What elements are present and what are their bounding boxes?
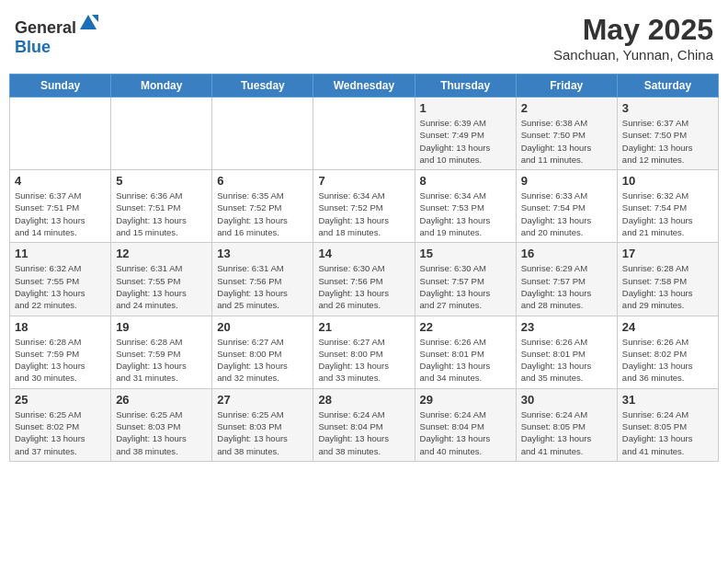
logo-icon [78, 13, 98, 33]
day-info: Sunrise: 6:26 AM Sunset: 8:01 PM Dayligh… [420, 336, 511, 385]
day-number: 7 [318, 174, 409, 188]
calendar-cell: 13Sunrise: 6:31 AM Sunset: 7:56 PM Dayli… [212, 243, 313, 316]
day-number: 11 [15, 247, 106, 260]
day-info: Sunrise: 6:32 AM Sunset: 7:55 PM Dayligh… [15, 262, 106, 311]
day-of-week-header: Saturday [617, 75, 718, 98]
calendar-cell: 11Sunrise: 6:32 AM Sunset: 7:55 PM Dayli… [10, 243, 111, 316]
day-info: Sunrise: 6:33 AM Sunset: 7:54 PM Dayligh… [521, 190, 612, 238]
day-info: Sunrise: 6:30 AM Sunset: 7:56 PM Dayligh… [318, 262, 409, 311]
day-of-week-header: Friday [516, 75, 617, 98]
calendar-cell: 18Sunrise: 6:28 AM Sunset: 7:59 PM Dayli… [10, 316, 111, 388]
calendar-cell: 17Sunrise: 6:28 AM Sunset: 7:58 PM Dayli… [617, 243, 718, 316]
logo: General Blue [15, 13, 98, 57]
calendar-cell: 10Sunrise: 6:32 AM Sunset: 7:54 PM Dayli… [617, 170, 718, 243]
calendar-cell: 29Sunrise: 6:24 AM Sunset: 8:04 PM Dayli… [415, 388, 516, 461]
day-info: Sunrise: 6:39 AM Sunset: 7:49 PM Dayligh… [420, 117, 511, 166]
day-info: Sunrise: 6:24 AM Sunset: 8:05 PM Dayligh… [622, 408, 713, 457]
day-info: Sunrise: 6:28 AM Sunset: 7:59 PM Dayligh… [15, 336, 106, 385]
day-number: 21 [318, 320, 409, 334]
day-number: 4 [15, 174, 106, 188]
calendar-cell: 8Sunrise: 6:34 AM Sunset: 7:53 PM Daylig… [415, 170, 516, 243]
logo-general: General [15, 18, 76, 37]
day-info: Sunrise: 6:35 AM Sunset: 7:52 PM Dayligh… [217, 190, 308, 238]
calendar-cell: 19Sunrise: 6:28 AM Sunset: 7:59 PM Dayli… [111, 316, 212, 388]
location-title: Sanchuan, Yunnan, China [553, 47, 713, 63]
day-info: Sunrise: 6:25 AM Sunset: 8:03 PM Dayligh… [217, 408, 308, 457]
calendar-cell: 12Sunrise: 6:31 AM Sunset: 7:55 PM Dayli… [111, 243, 212, 316]
day-number: 14 [318, 247, 409, 260]
day-number: 16 [521, 247, 612, 260]
calendar-cell [313, 98, 415, 170]
calendar-cell: 20Sunrise: 6:27 AM Sunset: 8:00 PM Dayli… [212, 316, 313, 388]
day-info: Sunrise: 6:38 AM Sunset: 7:50 PM Dayligh… [521, 117, 612, 166]
day-of-week-header: Monday [111, 75, 212, 98]
day-of-week-header: Tuesday [212, 75, 313, 98]
header: General Blue May 2025 Sanchuan, Yunnan, … [9, 9, 719, 66]
day-number: 30 [521, 393, 612, 407]
day-number: 10 [622, 174, 713, 188]
calendar-cell: 2Sunrise: 6:38 AM Sunset: 7:50 PM Daylig… [516, 98, 617, 170]
calendar-week-row: 1Sunrise: 6:39 AM Sunset: 7:49 PM Daylig… [10, 98, 719, 170]
day-number: 29 [420, 393, 511, 407]
month-year-title: May 2025 [553, 13, 713, 47]
calendar-cell: 6Sunrise: 6:35 AM Sunset: 7:52 PM Daylig… [212, 170, 313, 243]
calendar-cell: 4Sunrise: 6:37 AM Sunset: 7:51 PM Daylig… [10, 170, 111, 243]
day-of-week-header: Thursday [415, 75, 516, 98]
day-info: Sunrise: 6:24 AM Sunset: 8:04 PM Dayligh… [420, 408, 511, 457]
day-number: 31 [622, 393, 713, 407]
calendar-cell: 27Sunrise: 6:25 AM Sunset: 8:03 PM Dayli… [212, 388, 313, 461]
calendar-cell: 22Sunrise: 6:26 AM Sunset: 8:01 PM Dayli… [415, 316, 516, 388]
calendar-cell: 31Sunrise: 6:24 AM Sunset: 8:05 PM Dayli… [617, 388, 718, 461]
title-area: May 2025 Sanchuan, Yunnan, China [553, 13, 713, 63]
day-number: 26 [116, 393, 207, 407]
day-info: Sunrise: 6:36 AM Sunset: 7:51 PM Dayligh… [116, 190, 207, 238]
day-number: 28 [318, 393, 409, 407]
calendar-week-row: 18Sunrise: 6:28 AM Sunset: 7:59 PM Dayli… [10, 316, 719, 388]
calendar-cell: 26Sunrise: 6:25 AM Sunset: 8:03 PM Dayli… [111, 388, 212, 461]
calendar-cell: 21Sunrise: 6:27 AM Sunset: 8:00 PM Dayli… [313, 316, 415, 388]
calendar-week-row: 11Sunrise: 6:32 AM Sunset: 7:55 PM Dayli… [10, 243, 719, 316]
calendar-cell: 14Sunrise: 6:30 AM Sunset: 7:56 PM Dayli… [313, 243, 415, 316]
day-info: Sunrise: 6:28 AM Sunset: 7:59 PM Dayligh… [116, 336, 207, 385]
day-info: Sunrise: 6:27 AM Sunset: 8:00 PM Dayligh… [318, 336, 409, 385]
day-info: Sunrise: 6:25 AM Sunset: 8:03 PM Dayligh… [116, 408, 207, 457]
day-number: 18 [15, 320, 106, 334]
calendar-cell: 30Sunrise: 6:24 AM Sunset: 8:05 PM Dayli… [516, 388, 617, 461]
day-info: Sunrise: 6:37 AM Sunset: 7:50 PM Dayligh… [622, 117, 713, 166]
day-number: 1 [420, 101, 511, 115]
calendar-cell: 16Sunrise: 6:29 AM Sunset: 7:57 PM Dayli… [516, 243, 617, 316]
day-info: Sunrise: 6:28 AM Sunset: 7:58 PM Dayligh… [622, 262, 713, 311]
calendar-cell: 1Sunrise: 6:39 AM Sunset: 7:49 PM Daylig… [415, 98, 516, 170]
day-of-week-header: Sunday [10, 75, 111, 98]
calendar-cell [212, 98, 313, 170]
calendar-cell: 23Sunrise: 6:26 AM Sunset: 8:01 PM Dayli… [516, 316, 617, 388]
day-info: Sunrise: 6:26 AM Sunset: 8:02 PM Dayligh… [622, 336, 713, 385]
calendar-cell: 7Sunrise: 6:34 AM Sunset: 7:52 PM Daylig… [313, 170, 415, 243]
day-info: Sunrise: 6:37 AM Sunset: 7:51 PM Dayligh… [15, 190, 106, 238]
day-number: 5 [116, 174, 207, 188]
calendar-cell: 9Sunrise: 6:33 AM Sunset: 7:54 PM Daylig… [516, 170, 617, 243]
day-info: Sunrise: 6:25 AM Sunset: 8:02 PM Dayligh… [15, 408, 106, 457]
day-number: 2 [521, 101, 612, 115]
day-info: Sunrise: 6:34 AM Sunset: 7:53 PM Dayligh… [420, 190, 511, 238]
day-number: 6 [217, 174, 308, 188]
calendar-week-row: 4Sunrise: 6:37 AM Sunset: 7:51 PM Daylig… [10, 170, 719, 243]
day-number: 13 [217, 247, 308, 260]
calendar-cell: 3Sunrise: 6:37 AM Sunset: 7:50 PM Daylig… [617, 98, 718, 170]
day-info: Sunrise: 6:32 AM Sunset: 7:54 PM Dayligh… [622, 190, 713, 238]
calendar-cell: 28Sunrise: 6:24 AM Sunset: 8:04 PM Dayli… [313, 388, 415, 461]
svg-marker-1 [92, 15, 98, 22]
day-info: Sunrise: 6:27 AM Sunset: 8:00 PM Dayligh… [217, 336, 308, 385]
day-info: Sunrise: 6:26 AM Sunset: 8:01 PM Dayligh… [521, 336, 612, 385]
calendar-cell [111, 98, 212, 170]
calendar-cell [10, 98, 111, 170]
day-number: 3 [622, 101, 713, 115]
calendar-cell: 15Sunrise: 6:30 AM Sunset: 7:57 PM Dayli… [415, 243, 516, 316]
day-number: 22 [420, 320, 511, 334]
day-info: Sunrise: 6:24 AM Sunset: 8:05 PM Dayligh… [521, 408, 612, 457]
calendar-cell: 24Sunrise: 6:26 AM Sunset: 8:02 PM Dayli… [617, 316, 718, 388]
day-number: 17 [622, 247, 713, 260]
calendar-cell: 5Sunrise: 6:36 AM Sunset: 7:51 PM Daylig… [111, 170, 212, 243]
day-number: 25 [15, 393, 106, 407]
day-info: Sunrise: 6:31 AM Sunset: 7:55 PM Dayligh… [116, 262, 207, 311]
